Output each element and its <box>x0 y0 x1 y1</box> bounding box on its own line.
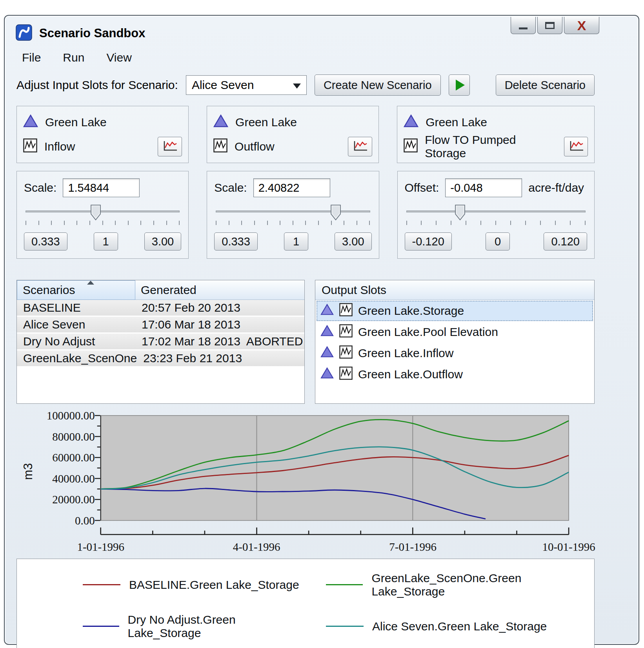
slider-min-button[interactable]: -0.120 <box>405 232 452 250</box>
output-slot-item[interactable]: Green Lake.Storage <box>317 301 593 321</box>
output-slot-item[interactable]: Green Lake.Outflow <box>317 364 593 385</box>
offset-adjuster-pumped-storage: Offset: acre-ft/day -0.120 0 0.120 <box>397 171 595 259</box>
table-row[interactable]: GreenLake_ScenOne 23:23 Feb 21 2013 <box>17 350 304 367</box>
x-tick-label: 10-01-1996 <box>542 541 595 553</box>
slot-name: Flow TO Pumped Storage <box>425 133 557 160</box>
y-tick-label: 80000.00 <box>52 430 95 443</box>
slider-max-button[interactable]: 0.120 <box>544 232 587 250</box>
storage-chart: 100000.00 80000.00 60000.00 40000.00 200… <box>16 411 595 554</box>
menu-file[interactable]: File <box>22 51 41 64</box>
close-icon: X <box>577 19 586 32</box>
output-slots-header: Output Slots <box>315 280 594 300</box>
slot-name: Outflow <box>235 140 275 153</box>
window-controls: X <box>511 17 599 34</box>
table-row[interactable]: BASELINE 20:57 Feb 20 2013 <box>17 300 304 317</box>
series-slot-icon <box>339 303 353 319</box>
scenario-dropdown-value: Alice Seven <box>192 78 254 92</box>
slider-groove[interactable] <box>406 211 586 212</box>
scenario-name: BASELINE <box>17 301 135 314</box>
close-button[interactable]: X <box>564 17 599 34</box>
output-slot-label: Green Lake.Pool Elevation <box>358 325 498 339</box>
slider-mid-button[interactable]: 0 <box>486 232 510 250</box>
scenarios-table: Scenarios Generated BASELINE 20:57 Feb 2… <box>16 280 305 404</box>
input-slot-panel-outflow: Green Lake Outflow <box>207 106 379 163</box>
reservoir-object-icon <box>404 114 418 130</box>
scenario-dropdown[interactable]: Alice Seven <box>186 75 307 95</box>
slider-min-button[interactable]: 0.333 <box>214 232 258 250</box>
sort-ascending-icon <box>87 281 94 285</box>
slider-handle[interactable] <box>455 205 465 220</box>
series-slot-icon <box>213 138 227 155</box>
reservoir-object-icon <box>213 114 228 130</box>
series-slot-icon <box>339 324 353 340</box>
slider-handle[interactable] <box>91 205 101 220</box>
open-plot-button[interactable] <box>158 137 182 156</box>
offset-input[interactable] <box>445 178 522 197</box>
scenario-name: Alice Seven <box>17 318 135 331</box>
series-slot-icon <box>404 138 418 155</box>
minimize-button[interactable] <box>511 17 536 34</box>
scenario-generated: 20:57 Feb 20 2013 <box>135 301 240 314</box>
chart-canvas: 100000.00 80000.00 60000.00 40000.00 200… <box>16 411 596 554</box>
scenario-generated: 23:23 Feb 21 2013 <box>137 352 242 365</box>
x-tick-label: 1-01-1996 <box>77 541 124 553</box>
slider-mid-button[interactable]: 1 <box>284 232 308 250</box>
slider-groove[interactable] <box>25 211 180 212</box>
play-icon <box>456 80 465 91</box>
offset-slider[interactable] <box>406 203 586 221</box>
unit-label: acre-ft/day <box>528 181 584 194</box>
menu-view[interactable]: View <box>106 51 131 64</box>
legend-label: BASELINE.Green Lake_Storage <box>129 578 299 592</box>
output-slot-item[interactable]: Green Lake.Pool Elevation <box>317 322 593 342</box>
legend-line-sample <box>83 626 119 627</box>
slider-groove[interactable] <box>216 211 370 212</box>
menubar: File Run View <box>5 45 639 69</box>
open-plot-button[interactable] <box>348 137 372 156</box>
reservoir-object-icon <box>320 367 334 381</box>
delete-scenario-button[interactable]: Delete Scenario <box>496 74 595 96</box>
window-title: Scenario Sandbox <box>39 26 145 40</box>
slider-max-button[interactable]: 3.00 <box>335 232 371 250</box>
table-row[interactable]: Dry No Adjust 17:02 Mar 18 2013 ABORTED <box>17 334 304 350</box>
generated-column-header[interactable]: Generated <box>135 280 304 300</box>
scale-input[interactable] <box>63 178 140 197</box>
series-slot-icon <box>23 138 37 155</box>
maximize-button[interactable] <box>537 17 562 34</box>
slider-max-button[interactable]: 3.00 <box>144 232 181 250</box>
create-new-scenario-button[interactable]: Create New Scenario <box>315 74 441 96</box>
output-slots-header-label: Output Slots <box>322 283 386 297</box>
scale-label: Scale: <box>214 181 247 194</box>
scenario-generated: 17:02 Mar 18 2013 ABORTED <box>135 335 303 348</box>
reservoir-object-icon <box>320 346 334 360</box>
output-slot-item[interactable]: Green Lake.Inflow <box>317 343 593 363</box>
chevron-down-icon <box>293 83 301 89</box>
scale-adjuster-inflow: Scale: 0.333 1 3.00 <box>16 171 189 259</box>
scale-input[interactable] <box>253 178 330 197</box>
menu-run[interactable]: Run <box>63 51 84 64</box>
table-row[interactable]: Alice Seven 17:06 Mar 18 2013 <box>17 317 304 334</box>
offset-label: Offset: <box>405 181 439 194</box>
scenario-name: GreenLake_ScenOne <box>17 352 137 365</box>
mini-plot-icon <box>162 140 178 154</box>
open-plot-button[interactable] <box>564 137 588 156</box>
slider-tick-marks <box>25 221 180 226</box>
middle-row: Scenarios Generated BASELINE 20:57 Feb 2… <box>16 280 595 404</box>
scale-slider[interactable] <box>25 203 180 221</box>
scale-slider[interactable] <box>216 203 370 221</box>
y-axis-title: m3 <box>21 463 35 480</box>
slot-object-name: Green Lake <box>426 116 487 129</box>
y-tick-label: 40000.00 <box>52 472 95 485</box>
output-slots-panel: Output Slots Green Lake.Storage Green La… <box>315 280 595 404</box>
legend-entry: Alice Seven.Green Lake_Storage <box>326 613 594 640</box>
minimize-icon <box>519 27 528 29</box>
run-scenario-button[interactable] <box>449 74 470 96</box>
slider-min-button[interactable]: 0.333 <box>24 232 67 250</box>
scenarios-column-header[interactable]: Scenarios <box>17 280 135 300</box>
y-tick-label: 100000.00 <box>47 411 95 422</box>
reservoir-object-icon <box>320 304 334 318</box>
series-slot-icon <box>339 345 353 361</box>
slot-object-name: Green Lake <box>235 116 297 129</box>
slider-handle[interactable] <box>331 205 341 220</box>
slider-mid-button[interactable]: 1 <box>94 232 118 250</box>
legend-line-sample <box>326 626 364 627</box>
